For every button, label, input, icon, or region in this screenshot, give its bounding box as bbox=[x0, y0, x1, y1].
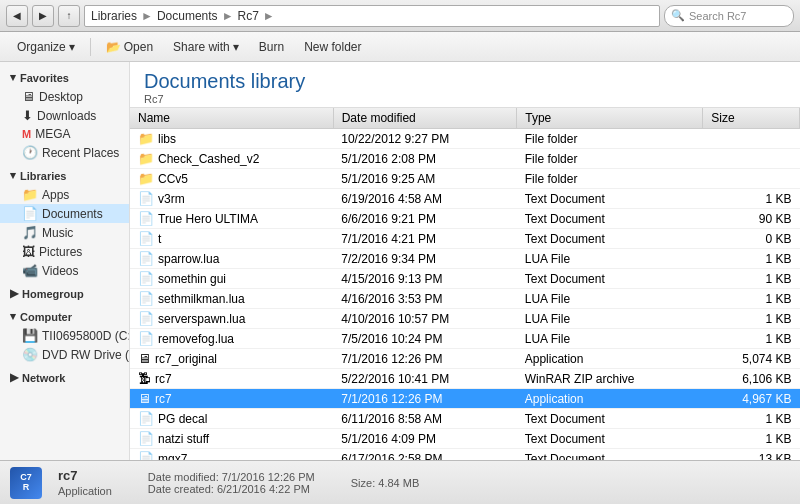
file-name: serverspawn.lua bbox=[158, 312, 245, 326]
homegroup-header[interactable]: ▶ Homegroup bbox=[0, 284, 129, 303]
table-row[interactable]: 📄 sethmilkman.lua 4/16/2016 3:53 PM LUA … bbox=[130, 289, 800, 309]
main-area: ▾ Favorites 🖥 Desktop ⬇ Downloads M MEGA… bbox=[0, 62, 800, 460]
file-type: LUA File bbox=[517, 309, 703, 329]
breadcrumb-rc7: Rc7 bbox=[238, 9, 259, 23]
forward-button[interactable]: ▶ bbox=[32, 5, 54, 27]
file-type: Application bbox=[517, 389, 703, 409]
favorites-section: ▾ Favorites 🖥 Desktop ⬇ Downloads M MEGA… bbox=[0, 68, 129, 162]
file-name-cell: 📁 Check_Cashed_v2 bbox=[130, 149, 333, 169]
table-row[interactable]: 🖥 rc7_original 7/1/2016 12:26 PM Applica… bbox=[130, 349, 800, 369]
chevron-icon-comp: ▾ bbox=[10, 310, 16, 323]
file-name: v3rm bbox=[158, 192, 185, 206]
file-date: 5/1/2016 2:08 PM bbox=[333, 149, 517, 169]
chevron-down-icon: ▾ bbox=[69, 40, 75, 54]
file-icon: 🖥 bbox=[138, 391, 151, 406]
file-name-cell: 📄 t bbox=[130, 229, 333, 249]
table-row[interactable]: 🖥 rc7 7/1/2016 12:26 PM Application 4,96… bbox=[130, 389, 800, 409]
table-row[interactable]: 📄 PG decal 6/11/2016 8:58 AM Text Docume… bbox=[130, 409, 800, 429]
file-type: Text Document bbox=[517, 449, 703, 461]
col-header-name[interactable]: Name bbox=[130, 108, 333, 129]
file-icon: 📄 bbox=[138, 331, 154, 346]
file-size: 4,967 KB bbox=[703, 389, 800, 409]
file-name: Check_Cashed_v2 bbox=[158, 152, 259, 166]
file-type: Text Document bbox=[517, 209, 703, 229]
status-file-type: Application bbox=[58, 485, 112, 497]
sidebar-item-c-drive[interactable]: 💾 TII0695800D (C:) bbox=[0, 326, 129, 345]
file-icon: 📄 bbox=[138, 451, 154, 460]
table-row[interactable]: 📁 CCv5 5/1/2016 9:25 AM File folder bbox=[130, 169, 800, 189]
file-size: 1 KB bbox=[703, 409, 800, 429]
open-button[interactable]: 📂 Open bbox=[97, 37, 162, 57]
file-icon: 📄 bbox=[138, 411, 154, 426]
file-size: 1 KB bbox=[703, 249, 800, 269]
sidebar-item-documents[interactable]: 📄 Documents bbox=[0, 204, 129, 223]
libraries-header[interactable]: ▾ Libraries bbox=[0, 166, 129, 185]
library-header: Documents library Rc7 bbox=[130, 62, 800, 108]
breadcrumb[interactable]: Libraries ► Documents ► Rc7 ► bbox=[84, 5, 660, 27]
burn-button[interactable]: Burn bbox=[250, 37, 293, 57]
table-row[interactable]: 📄 v3rm 6/19/2016 4:58 AM Text Document 1… bbox=[130, 189, 800, 209]
col-header-type[interactable]: Type bbox=[517, 108, 703, 129]
search-icon: 🔍 bbox=[671, 9, 685, 22]
sidebar-item-dvd[interactable]: 💿 DVD RW Drive (D:) C bbox=[0, 345, 129, 364]
table-row[interactable]: 📄 natzi stuff 5/1/2016 4:09 PM Text Docu… bbox=[130, 429, 800, 449]
file-size bbox=[703, 129, 800, 149]
table-row[interactable]: 📄 somethin gui 4/15/2016 9:13 PM Text Do… bbox=[130, 269, 800, 289]
dvd-icon: 💿 bbox=[22, 347, 38, 362]
sidebar-item-pictures[interactable]: 🖼 Pictures bbox=[0, 242, 129, 261]
col-header-date[interactable]: Date modified bbox=[333, 108, 517, 129]
table-row[interactable]: 📄 sparrow.lua 7/2/2016 9:34 PM LUA File … bbox=[130, 249, 800, 269]
file-name-cell: 📄 True Hero ULTIMA bbox=[130, 209, 333, 229]
file-name-cell: 📄 mgx7 bbox=[130, 449, 333, 461]
status-file-name: rc7 bbox=[58, 468, 112, 483]
mega-icon: M bbox=[22, 128, 31, 140]
sidebar-item-recent-places[interactable]: 🕐 Recent Places bbox=[0, 143, 129, 162]
share-with-button[interactable]: Share with ▾ bbox=[164, 37, 248, 57]
favorites-header[interactable]: ▾ Favorites bbox=[0, 68, 129, 87]
file-size: 90 KB bbox=[703, 209, 800, 229]
music-icon: 🎵 bbox=[22, 225, 38, 240]
status-date-modified: Date modified: 7/1/2016 12:26 PM bbox=[148, 471, 315, 483]
sidebar-item-videos[interactable]: 📹 Videos bbox=[0, 261, 129, 280]
table-row[interactable]: 📄 mgx7 6/17/2016 2:58 PM Text Document 1… bbox=[130, 449, 800, 461]
network-section: ▶ Network bbox=[0, 368, 129, 387]
file-name-cell: 📄 sethmilkman.lua bbox=[130, 289, 333, 309]
table-row[interactable]: 📄 serverspawn.lua 4/10/2016 10:57 PM LUA… bbox=[130, 309, 800, 329]
col-header-size[interactable]: Size bbox=[703, 108, 800, 129]
search-box[interactable]: 🔍 Search Rc7 bbox=[664, 5, 794, 27]
table-row[interactable]: 📁 libs 10/22/2012 9:27 PM File folder bbox=[130, 129, 800, 149]
file-icon: 📁 bbox=[138, 151, 154, 166]
new-folder-button[interactable]: New folder bbox=[295, 37, 370, 57]
sidebar-item-desktop[interactable]: 🖥 Desktop bbox=[0, 87, 129, 106]
file-date: 7/1/2016 4:21 PM bbox=[333, 229, 517, 249]
organize-button[interactable]: Organize ▾ bbox=[8, 37, 84, 57]
table-header-row: Name Date modified Type Size bbox=[130, 108, 800, 129]
status-meta: Date modified: 7/1/2016 12:26 PM Date cr… bbox=[148, 471, 315, 495]
file-date: 7/1/2016 12:26 PM bbox=[333, 389, 517, 409]
file-type: Text Document bbox=[517, 409, 703, 429]
sidebar-item-music[interactable]: 🎵 Music bbox=[0, 223, 129, 242]
sidebar-item-downloads[interactable]: ⬇ Downloads bbox=[0, 106, 129, 125]
table-row[interactable]: 📁 Check_Cashed_v2 5/1/2016 2:08 PM File … bbox=[130, 149, 800, 169]
back-button[interactable]: ◀ bbox=[6, 5, 28, 27]
file-size: 0 KB bbox=[703, 229, 800, 249]
file-name: libs bbox=[158, 132, 176, 146]
file-name: mgx7 bbox=[158, 452, 187, 461]
table-row[interactable]: 📄 True Hero ULTIMA 6/6/2016 9:21 PM Text… bbox=[130, 209, 800, 229]
computer-header[interactable]: ▾ Computer bbox=[0, 307, 129, 326]
table-row[interactable]: 📄 removefog.lua 7/5/2016 10:24 PM LUA Fi… bbox=[130, 329, 800, 349]
table-row[interactable]: 📄 t 7/1/2016 4:21 PM Text Document 0 KB bbox=[130, 229, 800, 249]
sidebar: ▾ Favorites 🖥 Desktop ⬇ Downloads M MEGA… bbox=[0, 62, 130, 460]
sidebar-item-mega[interactable]: M MEGA bbox=[0, 125, 129, 143]
network-header[interactable]: ▶ Network bbox=[0, 368, 129, 387]
file-name: sethmilkman.lua bbox=[158, 292, 245, 306]
file-type: LUA File bbox=[517, 329, 703, 349]
table-row[interactable]: 🗜 rc7 5/22/2016 10:41 PM WinRAR ZIP arch… bbox=[130, 369, 800, 389]
up-button[interactable]: ↑ bbox=[58, 5, 80, 27]
sidebar-item-apps[interactable]: 📁 Apps bbox=[0, 185, 129, 204]
file-size bbox=[703, 149, 800, 169]
file-date: 6/11/2016 8:58 AM bbox=[333, 409, 517, 429]
file-date: 7/2/2016 9:34 PM bbox=[333, 249, 517, 269]
status-file-icon: C7R bbox=[10, 467, 42, 499]
file-date: 7/5/2016 10:24 PM bbox=[333, 329, 517, 349]
